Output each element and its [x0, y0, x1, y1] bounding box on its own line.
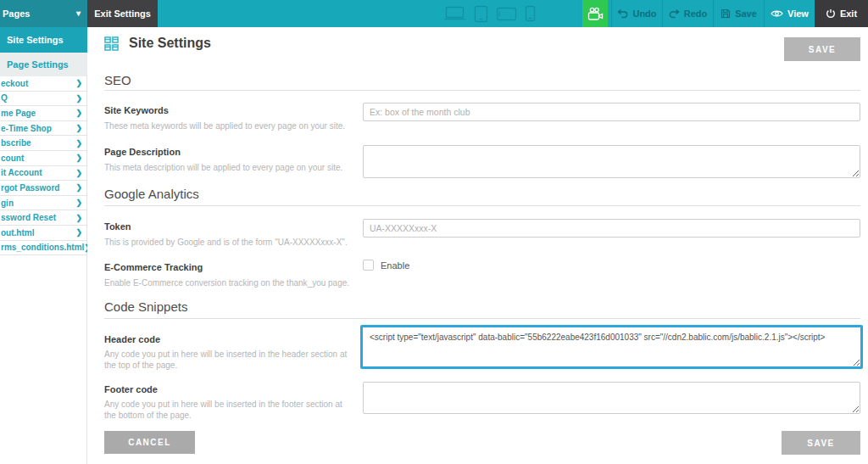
sidebar-page-item[interactable]: count❯: [0, 151, 87, 166]
sidebar-item-site-settings[interactable]: Site Settings: [0, 27, 87, 53]
chevron-down-icon: ▾: [76, 8, 81, 18]
chevron-right-icon: ❯: [75, 109, 82, 117]
site-keywords-label: Site Keywords: [104, 105, 169, 115]
sidebar-page-item[interactable]: gin❯: [0, 196, 87, 211]
code-snippets-section-heading: Code Snippets: [104, 299, 187, 314]
tablet-portrait-preview-icon[interactable]: [474, 5, 488, 23]
header-code-label: Header code: [104, 334, 160, 344]
exit-settings-label: Exit Settings: [94, 8, 151, 19]
ecommerce-tracking-label: E-Commerce Tracking: [104, 262, 203, 272]
save-icon: [721, 8, 731, 19]
chevron-right-icon: ❯: [75, 169, 82, 177]
page-item-label: bscribe: [1, 138, 31, 148]
page-settings-nav-label: Page Settings: [7, 59, 69, 70]
view-button[interactable]: View: [764, 0, 815, 27]
desktop-preview-icon[interactable]: [443, 6, 466, 21]
sidebar-page-item[interactable]: eckout❯: [0, 76, 87, 92]
sidebar-page-item[interactable]: e-Time Shop❯: [0, 121, 87, 137]
site-settings-page: Pages ▾ Exit Settings: [0, 0, 868, 464]
eye-icon: [771, 9, 783, 18]
device-preview-switcher: [443, 0, 536, 27]
page-item-label: e-Time Shop: [1, 124, 52, 133]
enable-checkbox[interactable]: [363, 260, 374, 271]
site-settings-nav-label: Site Settings: [7, 35, 64, 45]
grid-icon: [104, 36, 119, 51]
page-description-help: This meta description will be applied to…: [104, 162, 350, 173]
chevron-right-icon: ❯: [84, 243, 87, 252]
footer-code-help: Any code you put in here will be inserte…: [104, 399, 350, 421]
sidebar-page-item[interactable]: ssword Reset❯: [0, 210, 87, 226]
site-keywords-input[interactable]: [363, 103, 860, 121]
page-item-label: out.html: [1, 228, 34, 238]
sidebar-page-item[interactable]: it Account❯: [0, 166, 87, 182]
chevron-right-icon: ❯: [75, 198, 82, 207]
exit-button[interactable]: Exit: [815, 0, 868, 27]
pages-dropdown[interactable]: Pages ▾: [0, 0, 87, 27]
sidebar-page-item[interactable]: rgot Password❯: [0, 181, 87, 196]
tablet-landscape-preview-icon[interactable]: [496, 7, 517, 21]
undo-label: Undo: [632, 8, 656, 19]
chevron-right-icon: ❯: [75, 124, 82, 132]
enable-checkbox-label: Enable: [381, 260, 409, 271]
page-list: eckout❯ Q❯ me Page❯ e-Time Shop❯ bscribe…: [0, 76, 87, 255]
header-code-textarea[interactable]: <script type="text/javascript" data-babl…: [360, 325, 863, 369]
cancel-button[interactable]: CANCEL: [104, 431, 195, 454]
page-item-label: Q: [1, 93, 8, 103]
redo-label: Redo: [684, 8, 708, 19]
undo-button[interactable]: Undo: [611, 0, 662, 27]
chevron-right-icon: ❯: [75, 139, 82, 148]
seo-section-heading: SEO: [104, 73, 131, 87]
page-title-text: Site Settings: [129, 36, 211, 51]
page-item-label: gin: [1, 198, 14, 208]
page-item-label: ssword Reset: [1, 213, 56, 222]
chevron-right-icon: ❯: [75, 214, 82, 222]
header-code-help: Any code you put in here will be inserte…: [104, 349, 350, 371]
exit-label: Exit: [840, 8, 857, 19]
sidebar-page-item[interactable]: Q❯: [0, 92, 87, 107]
page-description-textarea[interactable]: [363, 145, 860, 178]
token-label: Token: [104, 221, 131, 232]
chevron-right-icon: ❯: [75, 94, 82, 103]
page-description-label: Page Description: [104, 147, 181, 157]
save-toolbar-label: Save: [735, 8, 757, 19]
save-toolbar-button[interactable]: Save: [713, 0, 764, 27]
page-item-label: rgot Password: [1, 183, 59, 193]
footer-code-label: Footer code: [104, 384, 158, 394]
video-camera-icon: [587, 7, 604, 21]
sidebar-page-item[interactable]: out.html❯: [0, 226, 87, 241]
section-divider: [104, 90, 860, 91]
page-item-label: me Page: [1, 109, 36, 118]
sidebar-page-item[interactable]: me Page❯: [0, 106, 87, 121]
site-keywords-help: These meta keywords will be applied to e…: [104, 120, 350, 131]
pages-sidebar: Site Settings Page Settings eckout❯ Q❯ m…: [0, 27, 87, 464]
redo-icon: [669, 8, 680, 19]
top-toolbar: Pages ▾ Exit Settings: [0, 0, 868, 27]
ecommerce-enable-row: Enable: [363, 260, 409, 271]
save-button-bottom[interactable]: SAVE: [782, 431, 860, 455]
redo-button[interactable]: Redo: [662, 0, 713, 27]
sidebar-page-item[interactable]: rms_conditions.html❯: [0, 241, 87, 256]
settings-content: Site Settings SAVE SEO Site Keywords The…: [88, 27, 868, 464]
chevron-right-icon: ❯: [75, 154, 82, 162]
section-divider: [104, 205, 860, 206]
page-item-label: eckout: [1, 79, 28, 88]
page-item-label: count: [1, 154, 24, 163]
footer-code-textarea[interactable]: [363, 382, 860, 414]
token-help: This is provided by Google and is of the…: [104, 237, 350, 248]
sidebar-item-page-settings[interactable]: Page Settings: [0, 53, 87, 76]
pages-dropdown-label: Pages: [3, 8, 30, 19]
save-button-top[interactable]: SAVE: [784, 37, 860, 61]
chevron-right-icon: ❯: [75, 79, 82, 87]
power-icon: [826, 8, 836, 19]
exit-settings-button[interactable]: Exit Settings: [87, 0, 158, 27]
record-video-button[interactable]: [582, 0, 608, 27]
ecommerce-tracking-help: Enable E-Commerce conversion tracking on…: [104, 277, 350, 288]
sidebar-page-item[interactable]: bscribe❯: [0, 136, 87, 151]
view-label: View: [787, 8, 809, 19]
mobile-preview-icon[interactable]: [525, 5, 536, 22]
chevron-right-icon: ❯: [75, 183, 82, 192]
chevron-right-icon: ❯: [75, 228, 82, 237]
analytics-token-input[interactable]: [363, 219, 860, 238]
page-item-label: it Account: [1, 168, 42, 177]
google-analytics-section-heading: Google Analytics: [104, 187, 199, 201]
